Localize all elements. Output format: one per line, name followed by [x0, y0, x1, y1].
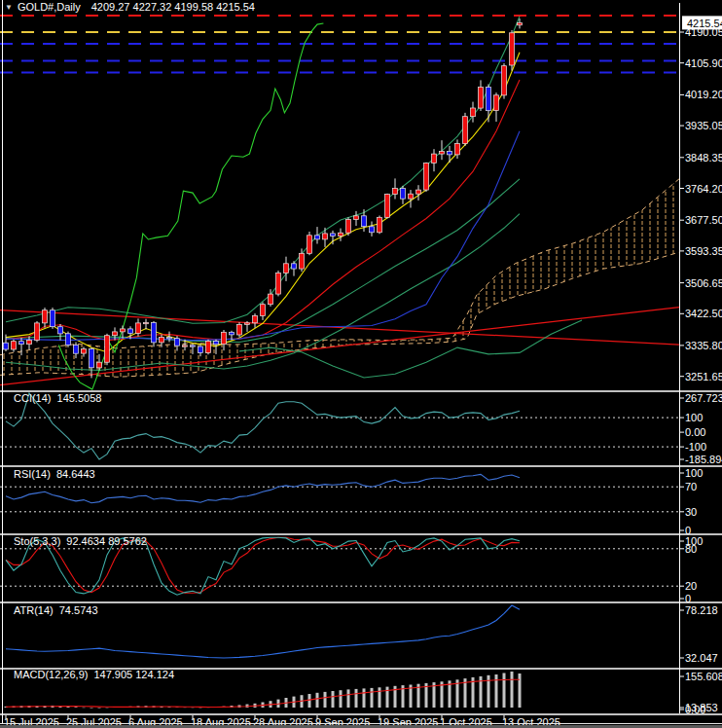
candle-body [113, 332, 118, 336]
candle-body [269, 294, 273, 305]
candle-body [455, 144, 460, 155]
atr-name: ATR(14) [14, 604, 54, 616]
candle-body [66, 334, 71, 346]
chart-window: 4190.054105.904019.203935.053848.353764.… [0, 0, 722, 728]
candle-body [471, 108, 476, 117]
sto-axis-label: 0 [685, 593, 691, 604]
candle-body [90, 349, 94, 368]
candle-body [510, 33, 515, 65]
panel-separator[interactable] [0, 601, 722, 603]
candle-body [230, 332, 235, 335]
rsi-panel-label: RSI(14)84.6443 [14, 468, 95, 481]
candle-body [393, 189, 398, 195]
candle-body [35, 323, 40, 341]
cci-value: 145.5058 [57, 392, 102, 404]
price-axis-label: 3935.05 [685, 120, 722, 131]
candle-body [416, 190, 421, 194]
rsi-axis-label: 100 [685, 467, 703, 479]
candle-body [463, 117, 468, 144]
candle-body [424, 164, 429, 191]
candle-body [206, 341, 211, 352]
lime-impulse-line [58, 23, 323, 389]
rsi-axis-label: 30 [685, 506, 697, 518]
candle-body [183, 346, 188, 346]
candle-body [292, 264, 297, 269]
cci-axis-label: 0.00 [685, 426, 705, 438]
trendline[interactable] [0, 308, 679, 385]
macd-axis-label: 0.00 [685, 704, 705, 715]
candle-body [253, 315, 258, 323]
candle-body [97, 362, 102, 368]
candle-body [284, 264, 289, 273]
price-axis-label: 3593.35 [685, 245, 722, 257]
price-axis-label: 3764.20 [685, 183, 722, 195]
candle-body [409, 194, 414, 199]
panel-separator[interactable] [0, 465, 722, 467]
candle-body [354, 216, 359, 220]
candle-body [362, 216, 367, 227]
candle-body [307, 236, 312, 253]
cci-panel-label: CCI(14)145.5058 [14, 392, 101, 405]
candle-body [199, 346, 203, 352]
candle-body [74, 346, 79, 354]
candle-body [339, 233, 343, 236]
price-axis-label: 3848.35 [685, 152, 722, 164]
candle-body [191, 346, 196, 346]
candle-body [487, 88, 491, 111]
atr-axis-label: 32.047 [685, 652, 718, 664]
window-left-border [2, 0, 3, 724]
sto-value: 92.4634 89.5762 [66, 535, 147, 547]
candle-body [121, 329, 126, 332]
candle-body [4, 343, 9, 349]
symbol-dropdown-icon[interactable]: ▼ [5, 2, 13, 14]
candle-body [128, 329, 133, 334]
candle-body [494, 95, 499, 111]
panel-separator[interactable] [0, 713, 722, 715]
macd-name: MACD(12,26,9) [14, 669, 88, 680]
cci-axis-label: 267.7233 [685, 392, 722, 404]
candle-body [378, 217, 382, 233]
sto-axis-label: 20 [685, 580, 697, 592]
chart-title: ▼ GOLD#,Daily 4209.27 4227.32 4199.58 42… [5, 1, 255, 14]
candle-body [167, 338, 172, 339]
sto-name: Sto(5,3,3) [14, 535, 60, 547]
macd-value: 147.905 124.124 [93, 669, 174, 680]
candle-body [82, 349, 87, 354]
candle-body [276, 273, 281, 295]
candle-body [401, 189, 406, 200]
candle-body [144, 323, 149, 324]
candle-body [315, 236, 320, 239]
price-axis-label: 3677.50 [685, 214, 722, 226]
main-chart[interactable] [0, 16, 679, 389]
candle-body [448, 152, 452, 155]
rsi-value: 84.6443 [56, 468, 95, 480]
cci-axis-label: -100 [685, 441, 706, 453]
candle-body [175, 339, 180, 346]
price-axis-label: 3422.50 [685, 308, 722, 319]
atr-value: 74.5743 [59, 604, 98, 616]
macd-axis-label: 155.608 [685, 671, 722, 682]
atr-axis-label: 78.218 [685, 604, 718, 616]
chart-canvas[interactable]: 4190.054105.904019.203935.053848.353764.… [0, 0, 722, 728]
candle-body [27, 341, 32, 345]
ohlc-values: 4209.27 4227.32 4199.58 4215.54 [91, 1, 255, 14]
rsi-axis-label: 70 [685, 481, 697, 492]
candle-body [43, 310, 48, 323]
candle-body [136, 323, 141, 334]
price-axis-label: 4019.20 [685, 89, 722, 100]
candle-body [300, 253, 305, 269]
macd-panel-label: MACD(12,26,9)147.905 124.124 [14, 669, 174, 681]
candle-body [261, 305, 266, 316]
candle-body [152, 323, 157, 343]
atr-panel-label: ATR(14)74.5743 [14, 604, 98, 617]
candle-body [160, 338, 164, 343]
candle-body [323, 234, 328, 239]
candle-body [105, 336, 110, 363]
cci-name: CCI(14) [14, 392, 52, 404]
candle-body [245, 323, 250, 325]
candle-body [214, 341, 219, 344]
price-axis-label: 3506.65 [685, 277, 722, 289]
panel-separator[interactable] [0, 390, 722, 392]
candle-body [58, 327, 63, 334]
candle-body [432, 154, 437, 163]
